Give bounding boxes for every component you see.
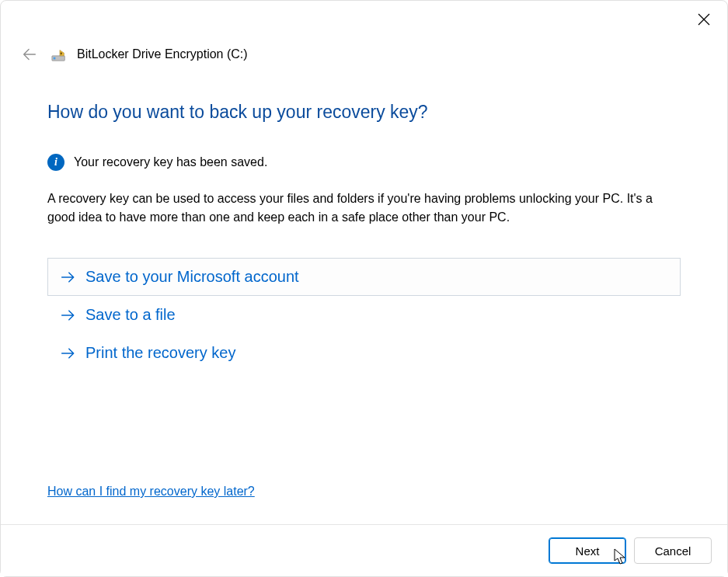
back-button[interactable] [21,46,38,63]
arrow-right-icon [61,270,76,284]
wizard-content: How do you want to back up your recovery… [1,63,727,524]
info-message-row: i Your recovery key has been saved. [47,154,681,171]
option-label: Save to your Microsoft account [85,268,299,286]
arrow-right-icon [61,308,76,322]
wizard-footer: Next Cancel [1,524,727,576]
info-message-text: Your recovery key has been saved. [74,155,267,169]
svg-rect-3 [54,57,56,60]
option-save-to-file[interactable]: Save to a file [47,296,681,334]
arrow-right-icon [61,346,76,360]
backup-options-list: Save to your Microsoft account Save to a… [47,258,681,372]
page-heading: How do you want to back up your recovery… [47,102,681,123]
option-print-recovery-key[interactable]: Print the recovery key [47,334,681,372]
svg-rect-5 [61,54,61,55]
help-link[interactable]: How can I find my recovery key later? [47,485,255,499]
bitlocker-drive-icon [51,46,68,63]
close-button[interactable] [696,12,712,27]
wizard-title: BitLocker Drive Encryption (C:) [77,47,248,61]
info-icon: i [47,154,64,171]
option-label: Save to a file [85,306,176,324]
back-arrow-icon [21,46,38,63]
close-icon [698,13,710,26]
description-text: A recovery key can be used to access you… [47,189,681,227]
option-label: Print the recovery key [85,344,235,362]
option-save-microsoft-account[interactable]: Save to your Microsoft account [47,258,681,296]
cancel-button[interactable]: Cancel [634,537,712,564]
wizard-header: BitLocker Drive Encryption (C:) [1,1,727,63]
next-button[interactable]: Next [549,537,626,564]
